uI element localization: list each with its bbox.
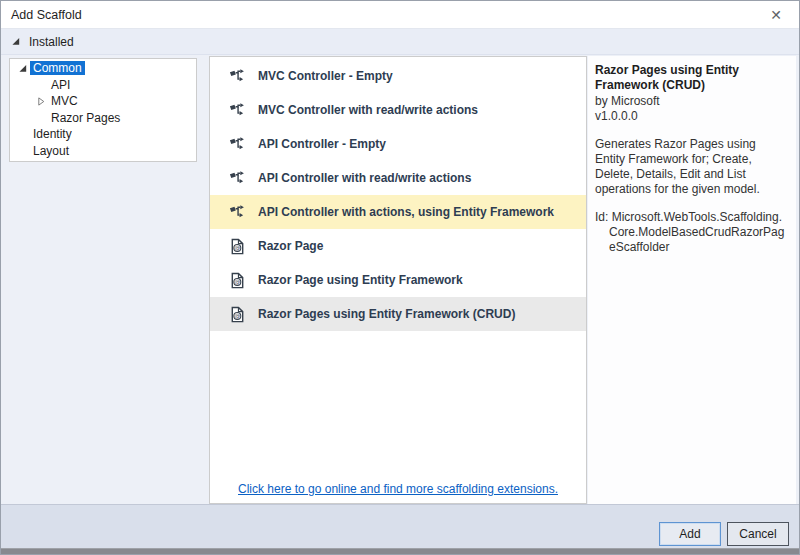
svg-text:@: @ <box>234 244 240 252</box>
scaffold-item-api-controller-empty[interactable]: API Controller - Empty <box>210 127 586 161</box>
more-extensions-link[interactable]: Click here to go online and find more sc… <box>210 482 586 496</box>
expand-icon <box>12 37 21 46</box>
tree-item-label: Layout <box>30 144 72 158</box>
scaffold-list: MVC Controller - EmptyMVC Controller wit… <box>209 56 587 504</box>
details-panel: Razor Pages using Entity Framework (CRUD… <box>588 56 796 504</box>
razor-page-icon: @ <box>228 237 246 255</box>
footer-bar: Add Cancel <box>1 504 799 548</box>
razor-page-icon: @ <box>228 305 246 323</box>
title-bar: Add Scaffold ✕ <box>1 1 799 29</box>
tree-item-label: MVC <box>48 94 81 108</box>
tree-item-razor-pages[interactable]: Razor Pages <box>10 110 196 127</box>
svg-text:@: @ <box>234 278 240 286</box>
installed-section-header[interactable]: Installed <box>1 29 799 55</box>
window-bottom-edge <box>1 548 799 555</box>
details-description: Generates Razor Pages using Entity Frame… <box>595 137 786 197</box>
scaffold-item-label: MVC Controller - Empty <box>258 69 393 83</box>
details-id: Id: Microsoft.WebTools.Scaffolding.Core.… <box>595 210 786 255</box>
controller-icon <box>228 203 246 221</box>
svg-text:@: @ <box>234 312 240 320</box>
details-author: by Microsoft <box>595 94 786 109</box>
scaffold-item-label: Razor Pages using Entity Framework (CRUD… <box>258 307 515 321</box>
scaffold-item-api-controller-with-actions-using-entity-framework[interactable]: API Controller with actions, using Entit… <box>210 195 586 229</box>
controller-icon <box>228 67 246 85</box>
tree-item-label: Common <box>30 61 85 75</box>
scaffold-item-label: Razor Page using Entity Framework <box>258 273 463 287</box>
expand-icon[interactable] <box>17 64 30 73</box>
scaffold-item-razor-pages-using-entity-framework-crud[interactable]: @Razor Pages using Entity Framework (CRU… <box>210 297 586 331</box>
scaffold-item-razor-page[interactable]: @Razor Page <box>210 229 586 263</box>
razor-page-icon: @ <box>228 271 246 289</box>
add-button[interactable]: Add <box>659 522 721 546</box>
details-title: Razor Pages using Entity Framework (CRUD… <box>595 63 786 93</box>
scaffold-item-label: API Controller - Empty <box>258 137 386 151</box>
tree-item-label: Identity <box>30 127 75 141</box>
scaffold-item-label: MVC Controller with read/write actions <box>258 103 478 117</box>
category-tree: CommonAPIMVCRazor PagesIdentityLayout <box>9 58 197 162</box>
tree-item-mvc[interactable]: MVC <box>10 93 196 110</box>
tree-item-label: API <box>48 78 73 92</box>
tree-item-common[interactable]: Common <box>10 60 196 77</box>
installed-label: Installed <box>29 35 74 49</box>
close-icon[interactable]: ✕ <box>765 5 787 25</box>
scaffold-item-mvc-controller-empty[interactable]: MVC Controller - Empty <box>210 59 586 93</box>
cancel-button[interactable]: Cancel <box>727 522 789 546</box>
add-scaffold-dialog: Add Scaffold ✕ Installed CommonAPIMVCRaz… <box>0 0 800 555</box>
scaffold-item-label: Razor Page <box>258 239 323 253</box>
controller-icon <box>228 169 246 187</box>
scaffold-item-mvc-controller-with-read-write-actions[interactable]: MVC Controller with read/write actions <box>210 93 586 127</box>
details-version: v1.0.0.0 <box>595 109 786 124</box>
controller-icon <box>228 135 246 153</box>
scaffold-item-label: API Controller with actions, using Entit… <box>258 205 554 219</box>
dialog-title: Add Scaffold <box>11 8 82 22</box>
scaffold-item-label: API Controller with read/write actions <box>258 171 471 185</box>
tree-item-api[interactable]: API <box>10 77 196 94</box>
scaffold-item-razor-page-using-entity-framework[interactable]: @Razor Page using Entity Framework <box>210 263 586 297</box>
controller-icon <box>228 101 246 119</box>
collapse-icon[interactable] <box>35 97 48 106</box>
scaffold-item-api-controller-with-read-write-actions[interactable]: API Controller with read/write actions <box>210 161 586 195</box>
tree-item-label: Razor Pages <box>48 111 123 125</box>
tree-item-identity[interactable]: Identity <box>10 126 196 143</box>
tree-item-layout[interactable]: Layout <box>10 143 196 160</box>
